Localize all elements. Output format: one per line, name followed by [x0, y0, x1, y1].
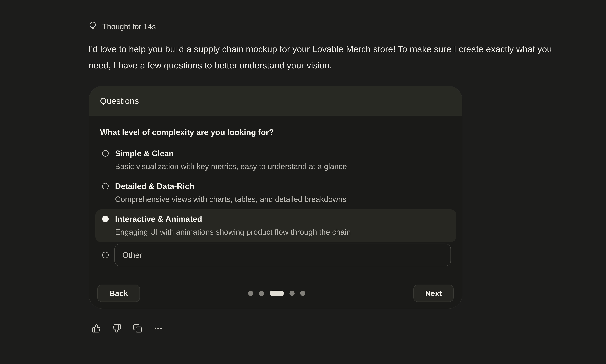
questions-card-header: Questions: [89, 86, 462, 116]
question-text: What level of complexity are you looking…: [100, 127, 451, 137]
radio-icon[interactable]: [102, 183, 109, 189]
message-actions: [92, 324, 606, 333]
other-option-input[interactable]: [114, 244, 451, 266]
thumbs-down-icon: [112, 324, 121, 333]
option-description: Comprehensive views with charts, tables,…: [115, 194, 347, 204]
next-button[interactable]: Next: [413, 285, 454, 302]
progress-step: [300, 291, 305, 296]
option-description: Engaging UI with animations showing prod…: [115, 227, 351, 237]
copy-button[interactable]: [133, 324, 142, 333]
option-label: Simple & Clean: [115, 148, 347, 158]
back-button[interactable]: Back: [97, 285, 140, 302]
chat-message-container: Thought for 14s I'd love to help you bui…: [0, 0, 606, 333]
progress-step: [248, 291, 253, 296]
options-list: Simple & Clean Basic visualization with …: [100, 144, 451, 266]
radio-icon[interactable]: [102, 216, 109, 222]
lightbulb-icon: [89, 21, 97, 32]
progress-step: [289, 291, 295, 296]
option-detailed-data-rich[interactable]: Detailed & Data-Rich Comprehensive views…: [95, 177, 456, 209]
more-options-icon: [154, 324, 163, 333]
thumbs-up-icon: [92, 324, 101, 333]
questions-card-footer: Back Next: [89, 277, 462, 309]
card-title: Questions: [100, 96, 139, 106]
radio-icon[interactable]: [102, 252, 109, 258]
option-interactive-animated[interactable]: Interactive & Animated Engaging UI with …: [95, 209, 456, 242]
thought-header[interactable]: Thought for 14s: [89, 21, 156, 32]
thumbs-up-button[interactable]: [92, 324, 101, 333]
more-options-button[interactable]: [154, 324, 163, 333]
option-description: Basic visualization with key metrics, ea…: [115, 161, 347, 171]
progress-indicator: [248, 291, 305, 296]
thought-label: Thought for 14s: [102, 22, 156, 31]
option-label: Detailed & Data-Rich: [115, 181, 347, 191]
copy-icon: [133, 324, 142, 333]
option-other[interactable]: [95, 242, 456, 266]
thumbs-down-button[interactable]: [112, 324, 121, 333]
questions-card-body: What level of complexity are you looking…: [89, 116, 462, 277]
assistant-message: I'd love to help you build a supply chai…: [89, 41, 555, 74]
radio-icon[interactable]: [102, 150, 109, 157]
option-simple-clean[interactable]: Simple & Clean Basic visualization with …: [95, 144, 456, 177]
option-text: Detailed & Data-Rich Comprehensive views…: [115, 181, 347, 204]
option-text: Simple & Clean Basic visualization with …: [115, 148, 347, 171]
option-label: Interactive & Animated: [115, 214, 351, 224]
progress-step-current: [270, 291, 284, 296]
progress-step: [259, 291, 264, 296]
questions-card: Questions What level of complexity are y…: [89, 86, 462, 309]
option-text: Interactive & Animated Engaging UI with …: [115, 214, 351, 237]
progress-indicator-wrap: [140, 291, 413, 296]
